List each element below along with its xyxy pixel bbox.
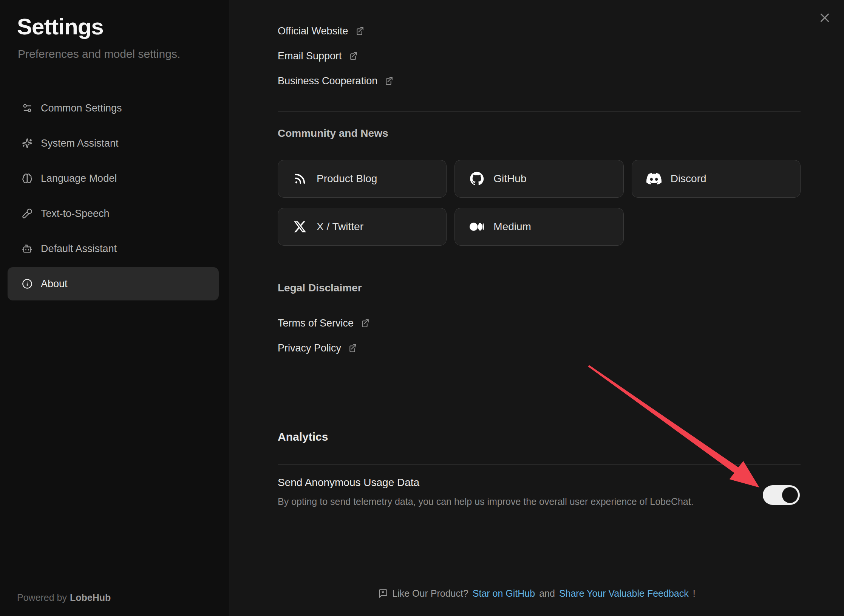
official-website-link[interactable]: Official Website bbox=[278, 19, 801, 43]
email-support-link[interactable]: Email Support bbox=[278, 43, 801, 68]
external-link-icon bbox=[360, 319, 369, 328]
button-label: Medium bbox=[493, 221, 531, 233]
footer-text-and: and bbox=[539, 588, 555, 599]
medium-icon bbox=[469, 219, 484, 234]
legal-heading: Legal Disclaimer bbox=[278, 280, 362, 296]
link-label: Email Support bbox=[278, 50, 342, 62]
x-twitter-icon bbox=[292, 219, 308, 234]
sparkles-icon bbox=[22, 138, 32, 149]
community-buttons: Product Blog GitHub Discord X / Twitter … bbox=[278, 160, 801, 246]
community-heading: Community and News bbox=[278, 125, 388, 141]
contact-heading: Contact Us bbox=[278, 0, 334, 2]
toggle-knob bbox=[782, 487, 798, 503]
section-divider bbox=[278, 111, 801, 111]
send-usage-data-row: Send Anonymous Usage Data By opting to s… bbox=[278, 474, 801, 510]
sidebar-item-label: Language Model bbox=[41, 173, 117, 184]
message-heart-icon bbox=[378, 588, 388, 599]
legal-links: Terms of Service Privacy Policy bbox=[278, 311, 801, 361]
mic-icon bbox=[22, 208, 32, 219]
star-on-github-link[interactable]: Star on GitHub bbox=[473, 588, 535, 599]
button-label: Discord bbox=[671, 173, 706, 185]
page-subtitle: Preferences and model settings. bbox=[18, 48, 180, 60]
link-label: Business Cooperation bbox=[278, 75, 377, 87]
link-label: Official Website bbox=[278, 25, 348, 37]
settings-nav: Common Settings System Assistant Languag… bbox=[8, 91, 219, 302]
section-divider bbox=[278, 262, 801, 262]
bot-icon bbox=[22, 243, 32, 254]
sliders-icon bbox=[22, 103, 32, 113]
setting-description: By opting to send telemetry data, you ca… bbox=[278, 493, 801, 510]
close-icon[interactable] bbox=[818, 11, 832, 25]
github-icon bbox=[469, 171, 484, 186]
discord-button[interactable]: Discord bbox=[632, 160, 801, 198]
button-label: Product Blog bbox=[317, 173, 377, 185]
send-usage-data-toggle[interactable] bbox=[763, 485, 800, 505]
footer-text-prefix: Like Our Product? bbox=[392, 588, 468, 599]
sidebar-item-text-to-speech[interactable]: Text-to-Speech bbox=[8, 197, 219, 230]
x-twitter-button[interactable]: X / Twitter bbox=[278, 208, 447, 246]
brand-lobehub[interactable]: LobeHub bbox=[70, 592, 111, 603]
panel-footer: Like Our Product? Star on GitHub and Sha… bbox=[229, 588, 844, 599]
sidebar-item-language-model[interactable]: Language Model bbox=[8, 162, 219, 195]
footer-text-suffix: ! bbox=[693, 588, 696, 599]
sidebar-item-label: System Assistant bbox=[41, 138, 119, 149]
contact-links: Official Website Email Support Business … bbox=[278, 19, 801, 93]
product-blog-button[interactable]: Product Blog bbox=[278, 160, 447, 198]
page-title: Settings bbox=[17, 14, 104, 40]
settings-sidebar: Settings Preferences and model settings.… bbox=[0, 0, 229, 616]
link-label: Privacy Policy bbox=[278, 342, 341, 354]
info-icon bbox=[22, 279, 32, 289]
sidebar-item-default-assistant[interactable]: Default Assistant bbox=[8, 232, 219, 265]
button-label: GitHub bbox=[493, 173, 526, 185]
analytics-heading: Analytics bbox=[278, 429, 328, 445]
github-button[interactable]: GitHub bbox=[454, 160, 623, 198]
privacy-policy-link[interactable]: Privacy Policy bbox=[278, 336, 801, 361]
powered-by-text: Powered by bbox=[17, 592, 67, 603]
sidebar-item-system-assistant[interactable]: System Assistant bbox=[8, 127, 219, 160]
sidebar-item-label: Common Settings bbox=[41, 102, 122, 114]
terms-of-service-link[interactable]: Terms of Service bbox=[278, 311, 801, 336]
business-cooperation-link[interactable]: Business Cooperation bbox=[278, 68, 801, 93]
sidebar-item-about[interactable]: About bbox=[8, 267, 219, 300]
share-feedback-link[interactable]: Share Your Valuable Feedback bbox=[559, 588, 689, 599]
button-label: X / Twitter bbox=[317, 221, 363, 233]
sidebar-item-label: Text-to-Speech bbox=[41, 208, 110, 220]
setting-label: Send Anonymous Usage Data bbox=[278, 474, 801, 492]
section-divider bbox=[278, 464, 801, 465]
link-label: Terms of Service bbox=[278, 317, 354, 329]
brain-icon bbox=[22, 173, 32, 184]
external-link-icon bbox=[384, 76, 393, 86]
external-link-icon bbox=[348, 51, 358, 61]
discord-icon bbox=[646, 171, 662, 186]
sidebar-item-label: About bbox=[41, 278, 68, 290]
external-link-icon bbox=[355, 26, 364, 36]
medium-button[interactable]: Medium bbox=[454, 208, 623, 246]
rss-icon bbox=[292, 171, 308, 186]
sidebar-item-common-settings[interactable]: Common Settings bbox=[8, 91, 219, 125]
external-link-icon bbox=[348, 344, 357, 353]
about-panel: Contact Us Official Website Email Suppor… bbox=[229, 0, 844, 616]
sidebar-item-label: Default Assistant bbox=[41, 243, 117, 255]
powered-by: Powered byLobeHub bbox=[17, 592, 111, 603]
